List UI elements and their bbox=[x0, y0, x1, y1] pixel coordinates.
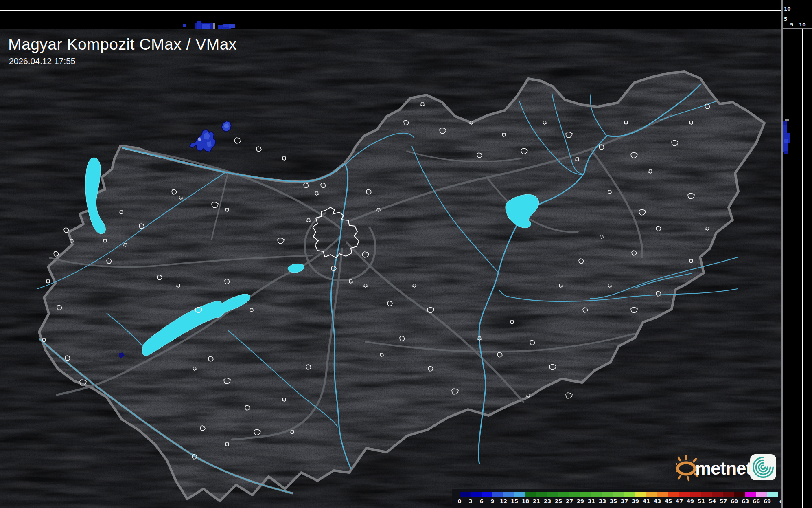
colorbar-tick-label: 45 bbox=[665, 498, 672, 504]
colorbar-tick-label: 3 bbox=[468, 498, 472, 504]
hungary-basemap bbox=[0, 29, 781, 508]
colorbar-band bbox=[460, 492, 778, 497]
top-echo-block bbox=[197, 21, 201, 29]
colorbar-segment bbox=[492, 492, 503, 497]
colorbar-segment bbox=[471, 492, 482, 497]
colorbar-tick-label: 35 bbox=[610, 498, 617, 504]
colorbar-segment bbox=[734, 492, 745, 497]
metnet-app-icon bbox=[750, 454, 776, 480]
colorbar-segment bbox=[646, 492, 657, 497]
profile-corner-line bbox=[781, 28, 812, 29]
colorbar-tick-label: 15 bbox=[511, 498, 518, 504]
profile-separator-line bbox=[781, 0, 783, 508]
colorbar-tick-label: 43 bbox=[654, 498, 661, 504]
top-profile-strip bbox=[0, 0, 781, 29]
colorbar-tick-label: 27 bbox=[566, 498, 573, 504]
colorbar-segment bbox=[723, 492, 734, 497]
haxis-label-5: 5 bbox=[790, 22, 793, 28]
colorbar-tick-label: 0 bbox=[457, 498, 461, 504]
colorbar-tick-label: 63 bbox=[742, 498, 749, 504]
colorbar-segment bbox=[690, 492, 701, 497]
colorbar-tick-label: 41 bbox=[643, 498, 650, 504]
right-echo-block bbox=[784, 151, 788, 154]
spiral-icon bbox=[750, 454, 776, 480]
radar-composite-screen: 10 5 5 10 bbox=[0, 0, 812, 508]
echo-cell-core bbox=[207, 141, 212, 147]
top-profile-tick bbox=[213, 23, 215, 29]
right-gridline-10km bbox=[802, 29, 803, 508]
right-echo-block bbox=[783, 121, 787, 125]
right-gridline-5km bbox=[792, 29, 792, 508]
metnet-logo: metnet bbox=[676, 453, 751, 483]
colorbar-tick-label: 31 bbox=[588, 498, 595, 504]
colorbar-tick-label: 23 bbox=[544, 498, 551, 504]
colorbar-segment bbox=[756, 492, 767, 497]
colorbar-tick-label: 60 bbox=[731, 498, 738, 504]
colorbar-segment bbox=[525, 492, 536, 497]
colorbar-segment bbox=[701, 492, 712, 497]
colorbar-segment bbox=[745, 492, 756, 497]
colorbar-tick-label: 33 bbox=[599, 498, 606, 504]
colorbar-tick-label: 12 bbox=[500, 498, 507, 504]
colorbar-tick-label: 9 bbox=[490, 498, 494, 504]
haxis-label-10: 10 bbox=[799, 22, 806, 28]
colorbar-tick-label: 69 bbox=[764, 498, 771, 504]
colorbar-segment bbox=[482, 492, 492, 497]
colorbar-tick-label: 29 bbox=[577, 498, 584, 504]
top-gridline-5km bbox=[0, 20, 781, 20]
colorbar-tick-label: 39 bbox=[632, 498, 639, 504]
colorbar-segment bbox=[536, 492, 547, 497]
radar-map: Magyar Kompozit CMax / VMax 2026.04.12 1… bbox=[0, 29, 781, 508]
colorbar-segment bbox=[514, 492, 525, 497]
colorbar-segment bbox=[580, 492, 591, 497]
colorbar-tick-label: 25 bbox=[555, 498, 562, 504]
colorbar-segment bbox=[547, 492, 558, 497]
product-title: Magyar Kompozit CMax / VMax bbox=[8, 35, 237, 53]
colorbar-segment bbox=[613, 492, 624, 497]
colorbar-tick-label: 57 bbox=[720, 498, 727, 504]
colorbar-tick-label: 37 bbox=[621, 498, 628, 504]
metnet-logo-text: metnet bbox=[695, 458, 751, 478]
colorbar-unit: dBZ bbox=[779, 498, 781, 504]
colorbar-tick-label: 21 bbox=[533, 498, 540, 504]
vaxis-label-5: 5 bbox=[784, 16, 787, 22]
colorbar-tick-label: 47 bbox=[676, 498, 683, 504]
colorbar-segment bbox=[767, 492, 778, 497]
colorbar-tick-label: 66 bbox=[753, 498, 760, 504]
colorbar-segment bbox=[679, 492, 690, 497]
colorbar-tick-label: 49 bbox=[687, 498, 694, 504]
colorbar-segment bbox=[624, 492, 635, 497]
top-gridline-10km bbox=[0, 10, 781, 11]
colorbar-ticks: 0369121518212325272931333537394143454749… bbox=[460, 498, 781, 506]
colorbar-segment bbox=[503, 492, 514, 497]
colorbar-segment bbox=[712, 492, 723, 497]
colorbar-tick-label: 6 bbox=[479, 498, 483, 504]
colorbar: 0369121518212325272931333537394143454749… bbox=[452, 489, 781, 508]
product-timestamp: 2026.04.12 17:55 bbox=[9, 56, 76, 66]
right-profile-tick bbox=[785, 119, 789, 121]
colorbar-segment bbox=[602, 492, 613, 497]
top-echo-block bbox=[183, 24, 186, 27]
colorbar-segment bbox=[569, 492, 580, 497]
colorbar-segment bbox=[657, 492, 668, 497]
colorbar-segment bbox=[460, 492, 471, 497]
hillshade-light bbox=[0, 29, 781, 508]
colorbar-tick-label: 54 bbox=[709, 498, 716, 504]
colorbar-segment bbox=[558, 492, 569, 497]
colorbar-segment bbox=[591, 492, 602, 497]
colorbar-segment bbox=[668, 492, 679, 497]
top-echo-block bbox=[202, 24, 210, 29]
colorbar-tick-label: 51 bbox=[698, 498, 705, 504]
colorbar-tick-label: 18 bbox=[522, 498, 529, 504]
right-profile-strip: 10 5 5 10 bbox=[781, 0, 812, 508]
top-echo-block bbox=[229, 24, 235, 28]
metnet-logo-graphic: metnet bbox=[676, 453, 751, 483]
colorbar-segment bbox=[635, 492, 646, 497]
vaxis-label-10: 10 bbox=[784, 6, 791, 12]
right-echo-block bbox=[784, 139, 788, 143]
